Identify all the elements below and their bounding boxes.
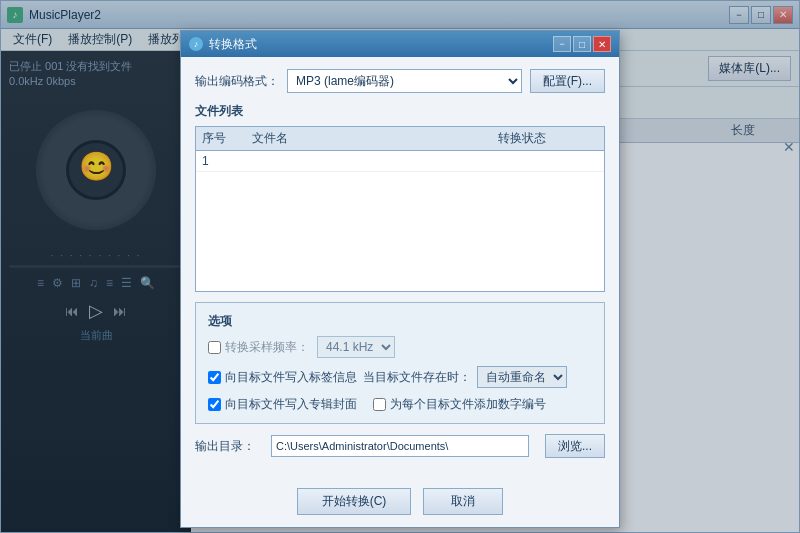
write-tag-row: 向目标文件写入标签信息 当目标文件存在时： 自动重命名	[208, 366, 592, 388]
output-dir-input[interactable]	[271, 435, 529, 457]
options-title: 选项	[208, 313, 592, 330]
codec-label: 输出编码格式：	[195, 73, 279, 90]
codec-select[interactable]: MP3 (lame编码器)	[287, 69, 522, 93]
cancel-button[interactable]: 取消	[423, 488, 503, 515]
sample-rate-select[interactable]: 44.1 kHz	[317, 336, 395, 358]
sample-rate-checkbox[interactable]	[208, 341, 221, 354]
write-tag-label[interactable]: 向目标文件写入标签信息	[208, 369, 357, 386]
convert-dialog: ♪ 转换格式 － □ ✕ 输出编码格式： MP3 (lame编码器) 配置(F)…	[180, 30, 620, 528]
file-table-header: 序号 文件名 转换状态	[196, 127, 604, 151]
filename-header: 文件名	[252, 130, 498, 147]
status-header: 转换状态	[498, 130, 598, 147]
row-status	[498, 154, 598, 168]
file-table-body: 1	[196, 151, 604, 291]
write-tag-checkbox[interactable]	[208, 371, 221, 384]
row-filename	[252, 154, 498, 168]
output-dir-label: 输出目录：	[195, 438, 255, 455]
when-exists-select[interactable]: 自动重命名	[477, 366, 567, 388]
browse-button[interactable]: 浏览...	[545, 434, 605, 458]
row-seq: 1	[202, 154, 252, 168]
table-row: 1	[196, 151, 604, 172]
add-number-checkbox[interactable]	[373, 398, 386, 411]
start-convert-button[interactable]: 开始转换(C)	[297, 488, 412, 515]
write-cover-checkbox[interactable]	[208, 398, 221, 411]
write-cover-row: 向目标文件写入专辑封面 为每个目标文件添加数字编号	[208, 396, 592, 413]
dialog-minimize-button[interactable]: －	[553, 36, 571, 52]
when-exists-label: 当目标文件存在时：	[363, 369, 471, 386]
seq-header: 序号	[202, 130, 252, 147]
dialog-footer: 开始转换(C) 取消	[181, 480, 619, 527]
dialog-close-button[interactable]: ✕	[593, 36, 611, 52]
dialog-maximize-button[interactable]: □	[573, 36, 591, 52]
file-table: 序号 文件名 转换状态 1	[195, 126, 605, 292]
config-button[interactable]: 配置(F)...	[530, 69, 605, 93]
file-list-title: 文件列表	[195, 103, 605, 120]
options-section: 选项 转换采样频率： 44.1 kHz 向目标文件写入标签信息	[195, 302, 605, 424]
dialog-title: 转换格式	[209, 36, 551, 53]
add-number-label[interactable]: 为每个目标文件添加数字编号	[373, 396, 546, 413]
sample-rate-label[interactable]: 转换采样频率：	[208, 339, 309, 356]
dialog-icon: ♪	[189, 37, 203, 51]
dialog-titlebar: ♪ 转换格式 － □ ✕	[181, 31, 619, 57]
codec-row: 输出编码格式： MP3 (lame编码器) 配置(F)...	[195, 69, 605, 93]
dialog-overlay: ♪ 转换格式 － □ ✕ 输出编码格式： MP3 (lame编码器) 配置(F)…	[0, 0, 800, 533]
output-dir-row: 输出目录： 浏览...	[195, 434, 605, 458]
dialog-body: 输出编码格式： MP3 (lame编码器) 配置(F)... 文件列表 序号 文…	[181, 57, 619, 480]
sample-rate-row: 转换采样频率： 44.1 kHz	[208, 336, 592, 358]
write-cover-label[interactable]: 向目标文件写入专辑封面	[208, 396, 357, 413]
